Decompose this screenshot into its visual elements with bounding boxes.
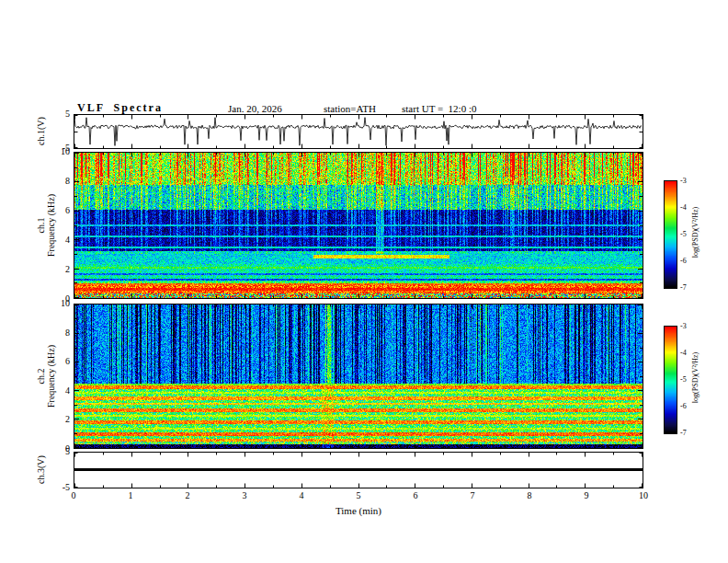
ch1-volt-y-tick-label: 5 [53,109,70,119]
x-axis-tick-label: 8 [520,491,539,500]
colorbar-tick-label: -3 [680,323,687,330]
ch1-waveform-panel [74,114,643,149]
header-date: Jan. 20, 2026 [228,103,282,114]
ch3-voltage-axis-label: ch.3(V) [36,415,46,525]
ch2-spectrogram-panel [74,304,643,449]
ch1-colorbar [664,180,677,289]
ch1-colorbar-label-text: log(PSD)(V²/Hz) [691,207,700,258]
ch2-colorbar-label-text: log(PSD)(V²/Hz) [691,352,700,403]
x-axis-tick-label: 7 [463,491,482,500]
colorbar-tick-label: -4 [680,350,687,357]
colorbar-tick-label: -3 [680,178,687,185]
colorbar-tick-label: -6 [680,258,687,265]
x-axis-tick-label: 3 [235,491,254,500]
ch2-spectrogram-canvas [74,304,643,448]
header-station: station=ATH [324,103,376,114]
colorbar-tick-label: -5 [680,376,687,384]
header-start-ut: start UT = 12:0 :0 [402,103,476,114]
colorbar-tick-label: -4 [680,204,687,212]
sp2-y-tick-label: 4 [48,386,70,396]
ch1-colorbar-label: log(PSD)(V²/Hz) [691,168,700,297]
colorbar-tick-label: -6 [680,403,687,410]
ch1-frequency-axis-label-line1: ch.1 [36,161,46,290]
x-axis-tick-label: 4 [292,491,311,500]
figure-title: VLF Spectra [77,101,163,115]
sp2-y-tick-label: 10 [48,299,70,308]
x-axis-tick-label: 2 [178,491,197,500]
x-axis-tick-label: 5 [349,491,368,500]
sp1-y-tick-label: 4 [48,236,70,245]
sp2-y-tick-label: 8 [48,328,70,338]
ch1-colorbar-canvas [665,181,677,288]
sp2-y-tick-label: 2 [48,415,70,424]
ch2-colorbar-label: log(PSD)(V²/Hz) [691,314,700,442]
ch3-volt-y-tick-label: 5 [53,447,70,456]
ch1-waveform-canvas [74,115,643,148]
ch3-volt-y-tick-label: -5 [53,483,70,492]
colorbar-tick-label: -7 [680,284,687,292]
colorbar-tick-label: -5 [680,231,687,238]
colorbar-tick-label: -7 [680,430,687,437]
x-axis-tick-label: 6 [406,491,425,500]
x-axis-tick-label: 1 [121,491,140,500]
sp1-y-tick-label: 2 [48,265,70,274]
ch1-spectrogram-panel [74,152,643,299]
vlf-spectra-figure: VLF Spectra Jan. 20, 2026 station=ATH st… [0,0,728,563]
sp2-y-tick-label: 6 [48,357,70,366]
x-axis-tick-label: 10 [634,491,653,500]
ch2-colorbar-canvas [665,327,677,433]
ch2-colorbar [664,326,677,434]
ch3-voltage-axis-label-text: ch.3(V) [36,455,46,484]
x-axis-tick-label: 9 [577,491,596,500]
ch1-voltage-axis-label-text: ch.1(V) [36,117,46,145]
ch1-spectrogram-canvas [74,153,643,298]
ch3-waveform-panel [74,452,643,488]
x-axis-tick-label: 0 [64,491,83,500]
ch3-waveform-canvas [74,453,643,488]
ch1-volt-y-tick-label: -5 [53,144,70,153]
sp1-y-tick-label: 8 [48,177,70,186]
time-axis-label: Time (min) [74,505,643,516]
sp1-y-tick-label: 6 [48,206,70,215]
